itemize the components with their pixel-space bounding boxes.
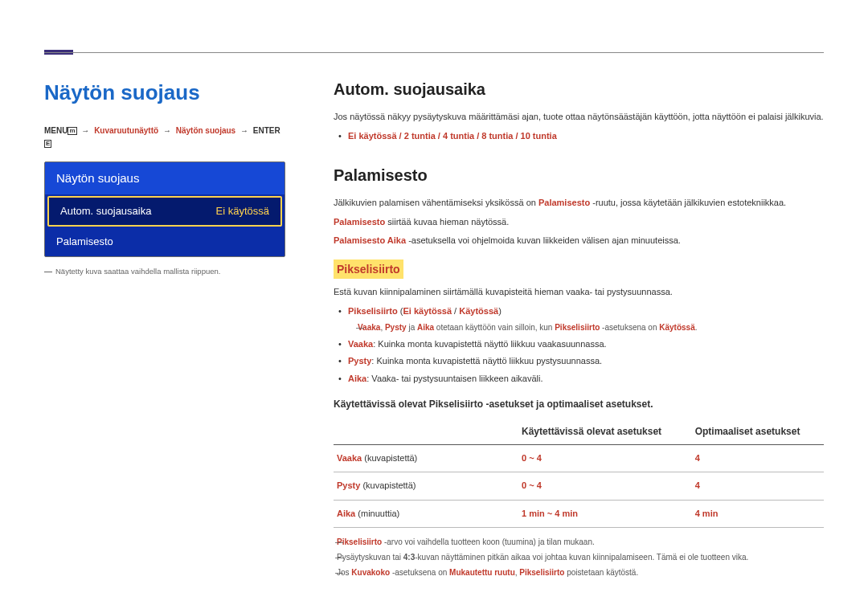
table-caption: Käytettävissä olevat Pikselisiirto -aset… xyxy=(334,397,824,412)
pikselisiirto-option-line: Pikselisiirto (Ei käytössä / Käytössä) V… xyxy=(334,304,824,334)
osd-row-autom-suojausaika[interactable]: Autom. suojausaika Ei käytössä xyxy=(47,196,282,227)
footnote-1: Pikselisiirto -arvo voi vaihdella tuotte… xyxy=(337,536,824,549)
th-empty xyxy=(334,419,518,445)
bc-menu: MENU xyxy=(44,126,68,135)
enter-icon: E xyxy=(44,140,51,148)
osd-row-value: Ei käytössä xyxy=(216,203,269,220)
table-row: Pysty (kuvapistettä)0 ~ 44 xyxy=(334,472,824,501)
palamisesto-line2: Palamisesto siirtää kuvaa hieman näytöss… xyxy=(334,215,824,230)
palamisesto-line1: Jälkikuvien palamisen vähentämiseksi yks… xyxy=(334,196,824,210)
settings-table: Käytettävissä olevat asetukset Optimaali… xyxy=(334,419,824,529)
osd-row-palamisesto[interactable]: Palamisesto xyxy=(45,228,285,256)
autom-options: Ei käytössä / 2 tuntia / 4 tuntia / 8 tu… xyxy=(334,129,824,144)
table-row: Aika (minuuttia)1 min ~ 4 min4 min xyxy=(334,500,824,528)
menu-icon: m xyxy=(68,127,76,135)
heading-autom-suojausaika: Autom. suojausaika xyxy=(334,76,824,102)
bc-enter: ENTER xyxy=(253,126,280,135)
osd-row-label: Autom. suojausaika xyxy=(60,203,151,220)
footnote-3: Jos Kuvakoko -asetuksena on Mukautettu r… xyxy=(337,566,824,579)
breadcrumb: MENUm → Kuvaruutunäyttö → Näytön suojaus… xyxy=(44,125,285,150)
pikselisiirto-subnote: Vaaka, Pysty ja Aika otetaan käyttöön va… xyxy=(358,321,824,334)
th-optimal: Optimaaliset asetukset xyxy=(692,419,824,445)
subheading-pikselisiirto: Pikselisiirto xyxy=(334,260,403,279)
bc-part2: Näytön suojaus xyxy=(176,126,235,135)
th-available: Käytettävissä olevat asetukset xyxy=(518,419,692,445)
bullet-pysty: Pysty: Kuinka monta kuvapistettä näyttö … xyxy=(334,354,824,369)
osd-row-label: Palamisesto xyxy=(56,234,113,251)
image-caption-note: Näytetty kuva saattaa vaihdella mallista… xyxy=(44,265,285,277)
bullet-aika: Aika: Vaaka- tai pystysuuntaisen liikkee… xyxy=(334,372,824,386)
osd-header: Näytön suojaus xyxy=(45,162,285,194)
footnote-2: Pysäytyskuvan tai 4:3-kuvan näyttäminen … xyxy=(337,551,824,564)
page-title: Näytön suojaus xyxy=(44,76,285,110)
autom-desc: Jos näytössä näkyy pysäytyskuva määrittä… xyxy=(334,110,824,125)
palamisesto-line3: Palamisesto Aika -asetuksella voi ohjelm… xyxy=(334,234,824,248)
bullet-vaaka: Vaaka: Kuinka monta kuvapistettä näyttö … xyxy=(334,337,824,352)
table-row: Vaaka (kuvapistettä)0 ~ 44 xyxy=(334,444,824,472)
pikselisiirto-intro: Estä kuvan kiinnipalaminen siirtämällä k… xyxy=(334,285,824,300)
heading-palamisesto: Palamisesto xyxy=(334,162,824,188)
osd-panel: Näytön suojaus Autom. suojausaika Ei käy… xyxy=(44,161,285,258)
bc-part1: Kuvaruutunäyttö xyxy=(94,126,158,135)
